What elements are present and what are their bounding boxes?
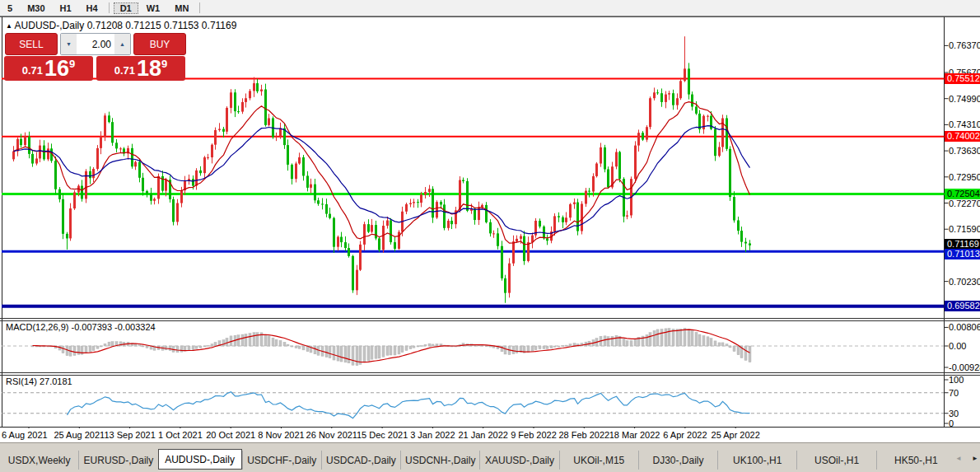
chart-tab-bar: USDX,WeeklyEURUSD-,DailyAUDUSD-,DailyUSD…: [0, 442, 980, 472]
sell-price-pipette: 9: [69, 58, 75, 70]
date-label: 8 Nov 2021: [258, 430, 304, 440]
chart-tab-usdx-weekly[interactable]: USDX,Weekly: [0, 451, 78, 470]
chart-tab-dj30-daily[interactable]: DJ30-,Daily: [638, 451, 717, 470]
date-label: 21 Jan 2022: [458, 430, 508, 440]
volume-increase-button[interactable]: ▲: [114, 34, 130, 54]
rsi-axis-tick: 100: [949, 375, 964, 385]
chart-tab-audusd-daily[interactable]: AUDUSD-,Daily: [158, 449, 242, 470]
macd-axis-tick: 0.008061: [949, 322, 980, 332]
price-axis-tick: 0.76370: [949, 40, 980, 50]
price-level-badge: 0.71013: [945, 249, 980, 259]
date-label: 6 Apr 2022: [663, 430, 707, 440]
price-level-badge: 0.72504: [945, 189, 980, 199]
price-axis-tick: 0.72270: [949, 199, 980, 208]
chart-tab-usoil-h1[interactable]: USOil-,H1: [796, 451, 875, 470]
price-axis-tick: 0.71590: [949, 224, 980, 234]
chart-ohlc-values: 0.71208 0.71215 0.71153 0.71169: [87, 20, 237, 31]
tab-scroll-left-icon[interactable]: ◄: [955, 453, 962, 465]
sell-price-big: 16: [44, 56, 69, 81]
chart-tab-usdcnh-daily[interactable]: USDCNH-,Daily: [400, 451, 479, 470]
tab-scroll-arrows: ◄ ►: [955, 453, 978, 465]
sell-price-prefix: 0.71: [22, 64, 43, 77]
buy-price-prefix: 0.71: [114, 64, 135, 77]
macd-indicator-label: MACD(12,26,9) -0.007393 -0.003324: [6, 322, 156, 332]
buy-price-tile[interactable]: 0.71 18 9: [96, 56, 185, 81]
date-label: 25 Aug 2021: [54, 430, 105, 440]
trading-platform-window: 5M30H1H4D1W1MN ▲ AUDUSD-,Daily 0.71208 0…: [0, 0, 980, 472]
date-label: 6 Aug 2021: [2, 430, 48, 440]
price-level-badge: 0.75512: [945, 73, 980, 84]
price-level-badge: 0.74002: [945, 131, 980, 142]
rsi-axis-tick: 0: [949, 418, 954, 428]
triangle-up-icon: ▲: [119, 41, 125, 47]
chart-title: ▲ AUDUSD-,Daily 0.71208 0.71215 0.71153 …: [6, 20, 236, 31]
price-axis-tick: 0.74310: [949, 119, 980, 129]
chart-tab-xauusd-daily[interactable]: XAUUSD-,Daily: [479, 451, 558, 470]
date-label: 26 Nov 2021: [306, 430, 357, 440]
macd-axis-tick: 0.00: [949, 341, 966, 351]
macd-axis-tick: -0.009286: [949, 362, 980, 372]
date-label: 13 Sep 2021: [104, 430, 155, 440]
price-axis-tick: 0.70230: [949, 277, 980, 287]
rsi-axis-tick: 30: [949, 409, 959, 418]
one-click-trade-widget: SELL ▼ ▲ BUY 0.71 16 9 0.71 18 9: [4, 33, 185, 81]
rsi-indicator-label: RSI(14) 27.0181: [6, 376, 72, 386]
sell-price-tile[interactable]: 0.71 16 9: [4, 56, 93, 81]
chart-tab-usdchf-daily[interactable]: USDCHF-,Daily: [242, 451, 321, 470]
chart-tab-uk100-h1[interactable]: UK100-,H1: [717, 451, 796, 470]
volume-decrease-button[interactable]: ▼: [61, 34, 77, 54]
date-label: 15 Dec 2021: [357, 430, 408, 440]
tab-scroll-right-icon[interactable]: ►: [972, 453, 978, 465]
date-label: 1 Oct 2021: [158, 430, 203, 440]
triangle-down-icon: ▼: [66, 41, 72, 47]
buy-price-big: 18: [137, 56, 161, 81]
chart-tab-hk50-h1[interactable]: HK50-,H1: [876, 451, 955, 470]
date-label: 28 Feb 2022: [558, 430, 609, 440]
date-label: 18 Mar 2022: [609, 430, 660, 440]
sell-button[interactable]: SELL: [5, 33, 58, 55]
price-axis-tick: 0.73630: [949, 146, 980, 156]
rsi-axis-tick: 70: [949, 388, 959, 398]
chart-tab-usdcad-daily[interactable]: USDCAD-,Daily: [321, 451, 400, 470]
chart-symbol-label: AUDUSD-,Daily: [15, 20, 85, 31]
chart-tab-ukoil-m15[interactable]: UKOil-,M15: [559, 451, 638, 470]
buy-button[interactable]: BUY: [133, 33, 186, 55]
date-label: 9 Feb 2022: [511, 430, 557, 440]
date-label: 3 Jan 2022: [410, 430, 455, 440]
chart-tab-eurusd-daily[interactable]: EURUSD-,Daily: [78, 451, 157, 470]
date-label: 25 Apr 2022: [712, 430, 760, 440]
chart-plot-area[interactable]: [0, 16, 980, 445]
chart-tabs: USDX,WeeklyEURUSD-,DailyAUDUSD-,DailyUSD…: [0, 451, 955, 470]
date-label: 20 Oct 2021: [206, 430, 255, 440]
buy-price-pipette: 9: [161, 58, 167, 70]
price-axis-tick: 0.74990: [949, 94, 980, 104]
price-level-badge: 0.69582: [945, 301, 980, 311]
collapse-arrow-icon: ▲: [6, 22, 12, 30]
price-axis-tick: 0.72950: [949, 172, 980, 182]
volume-spinner: ▼ ▲: [60, 33, 131, 55]
volume-input[interactable]: [77, 34, 114, 54]
